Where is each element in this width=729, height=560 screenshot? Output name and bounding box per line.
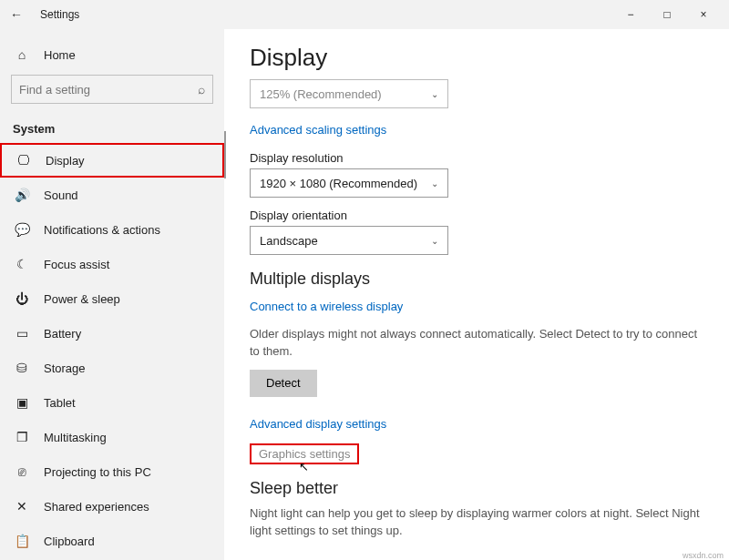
home-button[interactable]: ⌂ Home: [0, 36, 224, 73]
nav-icon: ⛁: [13, 361, 31, 375]
sidebar-item-focus-assist[interactable]: ☾Focus assist: [0, 247, 224, 281]
scale-value: 125% (Recommended): [260, 87, 382, 101]
sidebar-item-label: Multitasking: [44, 431, 107, 444]
window-title: Settings: [40, 8, 79, 21]
sidebar-item-notifications-actions[interactable]: 💬Notifications & actions: [0, 212, 224, 247]
section-header: System: [0, 111, 224, 143]
nav-icon: ▣: [13, 395, 31, 410]
back-icon[interactable]: ←: [7, 7, 26, 22]
sidebar-item-power-sleep[interactable]: ⏻Power & sleep: [0, 281, 224, 316]
nav-icon: 💬: [13, 222, 31, 237]
sidebar-item-label: Notifications & actions: [44, 223, 160, 237]
nav-icon: ☾: [13, 257, 31, 271]
resolution-label: Display resolution: [250, 151, 703, 165]
nav-icon: ▭: [13, 326, 31, 341]
home-icon: ⌂: [13, 47, 31, 62]
nav-icon: ⎚: [13, 464, 31, 479]
sidebar-item-battery[interactable]: ▭Battery: [0, 316, 224, 351]
advanced-display-link[interactable]: Advanced display settings: [250, 417, 386, 431]
sidebar-item-label: Power & sleep: [44, 292, 120, 306]
orientation-dropdown[interactable]: Landscape ⌄: [250, 226, 448, 255]
sleep-text: Night light can help you get to sleep by…: [250, 505, 703, 540]
orientation-label: Display orientation: [250, 209, 703, 222]
sidebar-item-label: Projecting to this PC: [44, 465, 151, 479]
multiple-displays-heading: Multiple displays: [250, 270, 703, 289]
sidebar-item-sound[interactable]: 🔊Sound: [0, 178, 224, 212]
chevron-down-icon: ⌄: [431, 236, 438, 246]
sidebar-item-label: Clipboard: [44, 535, 95, 548]
minimize-button[interactable]: −: [612, 0, 649, 29]
nav-icon: 📋: [13, 534, 31, 548]
sidebar-item-storage[interactable]: ⛁Storage: [0, 351, 224, 385]
sidebar: ⌂ Home ⌕ System 🖵Display🔊Sound💬Notificat…: [0, 29, 224, 560]
sidebar-item-tablet[interactable]: ▣Tablet: [0, 385, 224, 420]
nav-icon: 🖵: [15, 153, 33, 168]
home-label: Home: [44, 48, 76, 62]
nav-icon: ⏻: [13, 291, 31, 306]
search-box[interactable]: ⌕: [11, 75, 213, 104]
connect-wireless-link[interactable]: Connect to a wireless display: [250, 300, 403, 313]
search-icon: ⌕: [198, 82, 205, 97]
scale-dropdown[interactable]: 125% (Recommended) ⌄: [250, 79, 448, 108]
sidebar-item-label: Focus assist: [44, 258, 109, 271]
sleep-heading: Sleep better: [250, 479, 703, 498]
close-button[interactable]: ×: [685, 0, 722, 29]
sidebar-item-projecting-to-this-pc[interactable]: ⎚Projecting to this PC: [0, 454, 224, 489]
sidebar-item-label: Display: [46, 154, 85, 168]
titlebar: ← Settings − □ ×: [0, 0, 729, 29]
sidebar-item-label: Battery: [44, 327, 81, 341]
graphics-settings-link[interactable]: Graphics settings ↖: [250, 443, 359, 464]
scroll-indicator[interactable]: [224, 131, 226, 178]
advanced-scaling-link[interactable]: Advanced scaling settings: [250, 123, 386, 137]
sidebar-item-display[interactable]: 🖵Display: [0, 143, 224, 178]
content-area: Display 125% (Recommended) ⌄ Advanced sc…: [224, 29, 729, 560]
older-displays-text: Older displays might not always connect …: [250, 326, 703, 361]
chevron-down-icon: ⌄: [431, 178, 438, 188]
search-input[interactable]: [19, 83, 198, 97]
nav-icon: 🔊: [13, 188, 31, 202]
nav-icon: ❐: [13, 430, 31, 444]
orientation-value: Landscape: [260, 234, 318, 248]
sidebar-item-label: Storage: [44, 361, 86, 375]
sidebar-item-label: Shared experiences: [44, 500, 149, 514]
resolution-value: 1920 × 1080 (Recommended): [260, 177, 417, 190]
sidebar-item-clipboard[interactable]: 📋Clipboard: [0, 524, 224, 558]
page-title: Display: [250, 44, 703, 72]
maximize-button[interactable]: □: [649, 0, 685, 29]
cursor-icon: ↖: [299, 460, 309, 473]
chevron-down-icon: ⌄: [431, 89, 438, 99]
sidebar-item-label: Tablet: [44, 396, 76, 410]
nav-icon: ✕: [13, 499, 31, 514]
sidebar-item-multitasking[interactable]: ❐Multitasking: [0, 420, 224, 454]
detect-button[interactable]: Detect: [250, 370, 317, 397]
sidebar-item-shared-experiences[interactable]: ✕Shared experiences: [0, 489, 224, 524]
sidebar-item-label: Sound: [44, 188, 78, 202]
footer-note: wsxdn.com: [683, 551, 724, 560]
resolution-dropdown[interactable]: 1920 × 1080 (Recommended) ⌄: [250, 168, 448, 198]
